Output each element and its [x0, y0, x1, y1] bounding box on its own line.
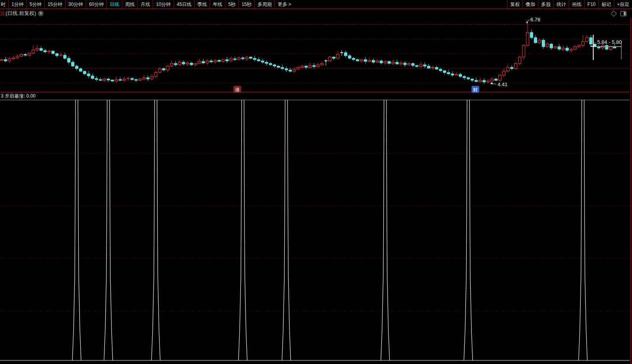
candle-body-down: [218, 60, 221, 62]
toolbar-group: 复权叠加多股统计画线F10标记+自定: [507, 0, 632, 9]
candle-body-down: [226, 60, 229, 61]
candle-body-down: [99, 79, 102, 80]
candle-body-up: [582, 41, 585, 45]
candle-body-down: [344, 53, 347, 56]
timeframe-5min[interactable]: 5分钟: [26, 0, 45, 9]
candle-body-up: [570, 49, 573, 51]
candle-body-down: [95, 79, 98, 80]
timeframe-monthly[interactable]: 月线: [137, 0, 153, 9]
timeframe-weekly[interactable]: 周线: [122, 0, 137, 9]
candle-body-down: [483, 80, 486, 82]
chevron-down-icon[interactable]: ∨: [38, 11, 44, 16]
candle-body-down: [530, 32, 533, 38]
candle-body-up: [522, 45, 525, 57]
timeframe-30min[interactable]: 30分钟: [65, 0, 86, 9]
timeframe-10min[interactable]: 10分钟: [153, 0, 173, 9]
cursor-price-label: 5.84 - 5.80: [597, 39, 622, 45]
candle-body-down: [566, 48, 569, 51]
timeframe-15sec[interactable]: 15秒: [238, 0, 254, 9]
candle-body-up: [562, 48, 565, 49]
stock-name-partial: 息: [0, 10, 5, 17]
candle-body-down: [52, 51, 55, 54]
candle-body-down: [424, 65, 426, 66]
candle-body-up: [123, 79, 126, 80]
candle-body-down: [210, 61, 213, 62]
timeframe-group: 时1分钟5分钟15分钟30分钟60分钟日线周线月线10分钟45日线季线年线5秒1…: [0, 0, 294, 9]
candle-body-down: [91, 76, 94, 79]
candle-body-down: [261, 61, 264, 62]
mark-button[interactable]: 标记: [598, 0, 614, 9]
candle-body-up: [28, 53, 31, 55]
candle-body-down: [372, 60, 375, 62]
draw-line-button[interactable]: 画线: [569, 0, 584, 9]
candle-body-down: [79, 69, 82, 72]
candle-body-up: [297, 67, 300, 69]
timeframe-60min[interactable]: 60分钟: [86, 0, 106, 9]
f10-button[interactable]: F10: [584, 0, 598, 9]
candle-body-down: [447, 73, 450, 74]
signal-spike: [579, 100, 582, 360]
add-custom-button[interactable]: +自定: [614, 0, 632, 9]
candle-body-down: [380, 61, 383, 63]
timeframe-quarterly[interactable]: 季线: [194, 0, 210, 9]
candle-body-up: [20, 55, 23, 57]
candle-body-down: [364, 60, 367, 62]
candle-body-up: [16, 56, 19, 58]
tdx-app: 6.764.41港财5.84 - 5.80 时1分钟5分钟15分钟30分钟60分…: [0, 0, 632, 364]
candle-body-up: [238, 58, 240, 60]
candle-body-down: [412, 64, 414, 66]
titlebar-right-icons: [611, 11, 626, 16]
chart-canvas[interactable]: 6.764.41港财5.84 - 5.80: [0, 0, 632, 364]
signal-spike: [381, 100, 384, 360]
candle-body-down: [396, 62, 399, 64]
high-arrowhead: [526, 21, 528, 23]
candle-body-down: [459, 74, 462, 76]
candle-body-up: [507, 67, 509, 71]
timeframe-fenshi[interactable]: 时: [0, 0, 8, 9]
candle-body-up: [586, 38, 588, 41]
candle-body-down: [135, 79, 138, 80]
candle-body-down: [68, 58, 70, 62]
candle-body-down: [352, 58, 355, 60]
candle-body-down: [190, 63, 193, 65]
timeframe-15min[interactable]: 15分钟: [44, 0, 65, 9]
candle-body-down: [590, 38, 592, 44]
timeframe-daily[interactable]: 日线: [106, 0, 122, 9]
candle-body-down: [285, 69, 288, 70]
candle-body-down: [131, 79, 134, 80]
statistics-button[interactable]: 统计: [553, 0, 569, 9]
event-marker-cai-text: 财: [473, 87, 478, 92]
overlay-button[interactable]: 叠加: [522, 0, 538, 9]
candle-body-up: [230, 59, 233, 61]
multi-stock-button[interactable]: 多股: [538, 0, 553, 9]
candle-body-up: [487, 81, 490, 82]
candle-body-down: [24, 55, 27, 55]
candle-body-up: [431, 67, 434, 68]
candle-body-up: [368, 60, 371, 62]
adjust-price-button[interactable]: 复权: [507, 0, 522, 9]
signal-spike: [110, 100, 113, 360]
panel-toggle-icon[interactable]: [621, 11, 626, 16]
candle-body-down: [147, 78, 149, 79]
multi-period-menu[interactable]: 多周期: [254, 0, 274, 9]
candle-body-up: [48, 51, 51, 52]
candle-body-up: [115, 79, 118, 81]
candle-body-up: [198, 61, 201, 63]
timeframe-5sec[interactable]: 5秒: [225, 0, 238, 9]
timeframe-1min[interactable]: 1分钟: [8, 0, 26, 9]
candle-body-down: [119, 79, 122, 80]
candle-body-up: [455, 74, 458, 75]
candle-body-down: [182, 62, 185, 64]
candle-body-up: [392, 62, 395, 63]
candle-body-up: [103, 79, 106, 80]
signal-spike: [157, 100, 160, 360]
more-menu[interactable]: 更多 >: [274, 0, 294, 9]
signal-spike: [288, 100, 291, 360]
candle-body-up: [408, 64, 411, 65]
timeframe-yearly[interactable]: 年线: [210, 0, 225, 9]
diamond-icon[interactable]: [611, 10, 617, 17]
candle-body-up: [574, 47, 577, 49]
timeframe-45day[interactable]: 45日线: [174, 0, 194, 9]
candle-body-up: [420, 65, 422, 67]
signal-spike: [244, 100, 247, 360]
